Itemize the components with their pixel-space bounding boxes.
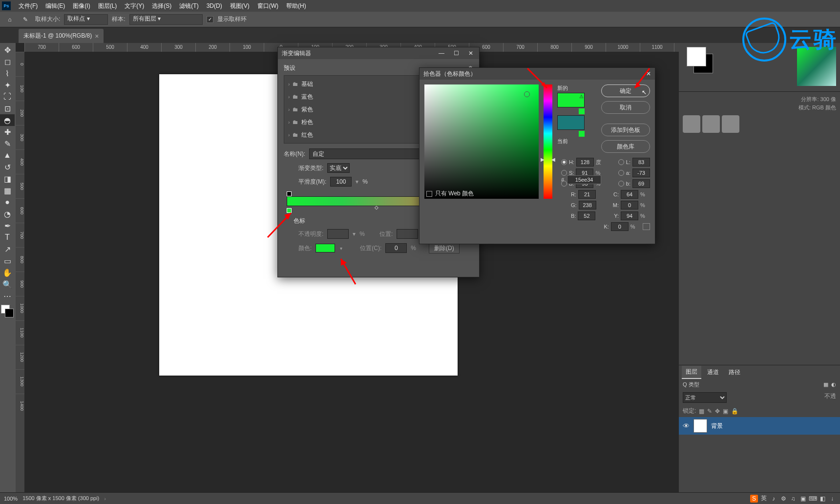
hand-tool[interactable]: ✋ xyxy=(0,267,15,278)
web-safe-swatch[interactable] xyxy=(579,131,585,137)
blur-tool[interactable]: ● xyxy=(0,196,15,208)
filter-icon[interactable]: ◐ xyxy=(831,381,836,388)
maximize-icon[interactable]: ☐ xyxy=(452,50,461,57)
lock-icon[interactable]: ▣ xyxy=(723,408,728,415)
tab-paths[interactable]: 路径 xyxy=(725,366,744,378)
lab-b-input[interactable] xyxy=(632,179,650,188)
tray-icon[interactable]: ▣ xyxy=(799,495,807,503)
marquee-tool[interactable]: ◻ xyxy=(0,56,15,67)
home-icon[interactable]: ⌂ xyxy=(4,14,16,25)
l-input[interactable] xyxy=(632,158,650,167)
dialog-titlebar[interactable]: 渐变编辑器 — ☐ ✕ xyxy=(278,47,479,59)
menu-filter[interactable]: 滤镜(T) xyxy=(175,0,202,12)
smoothness-input[interactable] xyxy=(330,177,352,187)
gamut-swatch[interactable] xyxy=(579,108,585,114)
midpoint-stop[interactable]: ◇ xyxy=(375,205,378,210)
h-radio[interactable] xyxy=(561,159,567,165)
frame-tool[interactable]: ⊡ xyxy=(0,103,15,114)
color-stop[interactable] xyxy=(287,208,292,213)
filter-icon[interactable]: ▦ xyxy=(823,381,828,388)
close-icon[interactable]: × xyxy=(95,32,99,40)
menu-window[interactable]: 窗口(W) xyxy=(253,0,282,12)
gradient-tool[interactable]: ▦ xyxy=(0,185,15,196)
tray-icon[interactable]: ◧ xyxy=(819,495,826,503)
dialog-titlebar[interactable]: 拾色器（色标颜色） ✕ xyxy=(420,68,655,80)
history-brush-tool[interactable]: ↺ xyxy=(0,161,15,173)
sample-select[interactable]: 所有图层 ▾ xyxy=(129,14,203,25)
lock-icon[interactable]: 🔒 xyxy=(731,408,738,415)
menu-edit[interactable]: 编辑(E) xyxy=(42,0,69,12)
tray-icon[interactable]: 英 xyxy=(760,495,768,503)
menu-view[interactable]: 视图(V) xyxy=(226,0,253,12)
minimize-icon[interactable]: — xyxy=(437,50,446,57)
visibility-icon[interactable]: 👁 xyxy=(683,422,690,430)
color-cursor[interactable] xyxy=(524,91,530,97)
lasso-tool[interactable]: ⌇ xyxy=(0,67,15,79)
tray-icon[interactable]: S xyxy=(750,495,758,503)
tab-layers[interactable]: 图层 xyxy=(682,366,701,379)
gradient-type-select[interactable]: 实底 xyxy=(327,163,350,173)
swatch-item[interactable] xyxy=(683,115,700,133)
dodge-tool[interactable]: ◔ xyxy=(0,208,15,220)
menu-help[interactable]: 帮助(H) xyxy=(282,0,310,12)
shape-tool[interactable]: ▭ xyxy=(0,255,15,267)
color-preview[interactable] xyxy=(797,47,836,86)
r-input[interactable] xyxy=(578,190,596,199)
path-tool[interactable]: ↗ xyxy=(0,243,15,255)
color-stop-swatch[interactable] xyxy=(315,244,335,252)
lab-b-radio[interactable] xyxy=(618,181,624,187)
crop-tool[interactable]: ⛶ xyxy=(0,91,15,103)
bval-input[interactable] xyxy=(578,211,595,220)
tray-icon[interactable]: ⌨ xyxy=(809,495,817,503)
y-input[interactable] xyxy=(621,211,638,220)
zoom-level[interactable]: 100% xyxy=(4,496,18,502)
heal-tool[interactable]: ✚ xyxy=(0,126,15,138)
lock-icon[interactable]: ✥ xyxy=(715,408,720,415)
a-radio[interactable] xyxy=(618,170,624,176)
more-tools[interactable]: ⋯ xyxy=(0,290,15,302)
m-input[interactable] xyxy=(621,201,638,210)
menu-type[interactable]: 文字(Y) xyxy=(121,0,148,12)
ok-button[interactable]: 确定 xyxy=(601,84,650,97)
c-input[interactable] xyxy=(621,190,638,199)
move-tool[interactable]: ✥ xyxy=(0,44,15,56)
tray-icon[interactable]: ♫ xyxy=(789,495,797,503)
tray-icon[interactable]: ♪ xyxy=(770,495,777,503)
blend-mode-select[interactable]: 正常 xyxy=(683,392,727,403)
current-color-swatch[interactable] xyxy=(557,115,585,130)
close-icon[interactable]: ✕ xyxy=(646,70,651,77)
brush-tool[interactable]: ✎ xyxy=(0,138,15,149)
k-input[interactable] xyxy=(611,222,629,231)
sample-size-select[interactable]: 取样点 ▾ xyxy=(64,14,108,25)
lock-icon[interactable]: ✎ xyxy=(707,408,712,415)
eyedropper-tool[interactable]: ◓ xyxy=(0,114,15,126)
menu-3d[interactable]: 3D(D) xyxy=(203,0,226,11)
lock-icon[interactable]: ▦ xyxy=(699,408,704,415)
tray-icon[interactable]: ⚙ xyxy=(779,495,787,503)
g-input[interactable] xyxy=(579,201,596,210)
hex-input[interactable] xyxy=(567,175,601,184)
document-tab[interactable]: 未标题-1 @ 100%(RGB/8) × xyxy=(19,29,104,43)
l-radio[interactable] xyxy=(618,159,624,165)
a-input[interactable] xyxy=(632,168,650,177)
chevron-down-icon[interactable]: ▾ xyxy=(339,246,342,251)
h-input[interactable] xyxy=(576,158,594,167)
tray-icon[interactable]: ↓ xyxy=(828,495,836,503)
eraser-tool[interactable]: ◨ xyxy=(0,173,15,185)
menu-file[interactable]: 文件(F) xyxy=(15,0,42,12)
delete-button[interactable]: 删除(D) xyxy=(429,243,460,253)
opacity-stop[interactable] xyxy=(287,191,292,196)
web-only-checkbox[interactable] xyxy=(426,191,432,197)
stamp-tool[interactable]: ▲ xyxy=(0,149,15,161)
swatch-item[interactable] xyxy=(702,115,720,133)
close-icon[interactable]: ✕ xyxy=(466,50,475,57)
menu-image[interactable]: 图像(I) xyxy=(69,0,94,12)
tab-channels[interactable]: 通道 xyxy=(703,366,723,378)
hue-slider[interactable]: ▶◀ xyxy=(544,84,552,199)
add-swatch-button[interactable]: 添加到色板 xyxy=(601,124,650,136)
color-swatch-toggle[interactable] xyxy=(0,304,15,318)
fg-color-large[interactable] xyxy=(687,47,706,66)
menu-layer[interactable]: 图层(L) xyxy=(94,0,121,12)
swatch-icon[interactable] xyxy=(643,223,650,230)
kind-filter[interactable]: Q 类型 xyxy=(683,381,699,388)
